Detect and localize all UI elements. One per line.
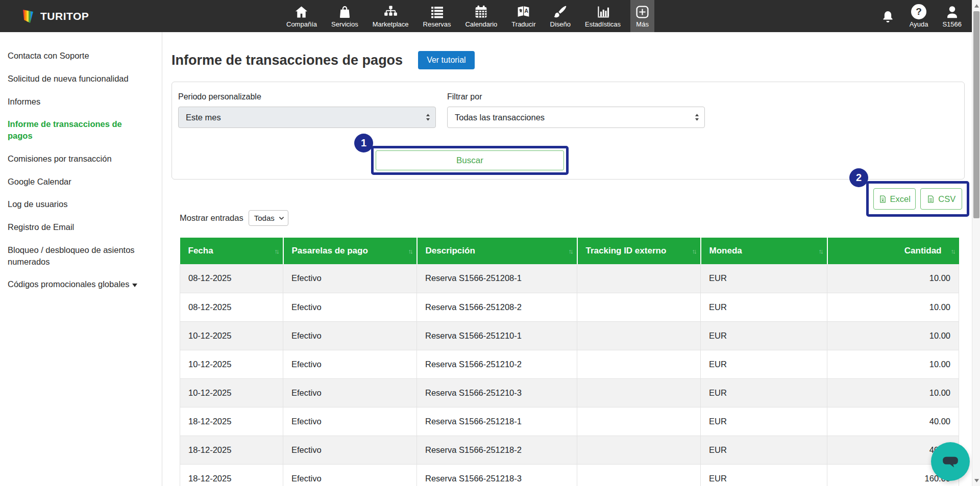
sidebar-item-label: Google Calendar [8,177,71,186]
column-header-moneda[interactable]: Moneda↑↓ [701,238,827,264]
cell-moneda: EUR [701,321,827,350]
nav-item-label: Más [636,20,649,28]
cell-pasarelas-de-pago: Efectivo [283,407,417,436]
sidebar-item-codigos-promocionales-globales[interactable]: Códigos promocionales globales [0,273,162,296]
help-button[interactable]: ? Ayuda [909,0,929,32]
sort-icon[interactable]: ↑↓ [408,247,412,255]
table-row: 10-12-2025EfectivoReserva S1566-251210-3… [180,378,959,407]
cell-cantidad: 10.00 [827,293,959,321]
sidebar-item-label: Log de usuarios [8,199,67,209]
transaction-filter-group: Filtrar por Todas las transacciones [447,92,705,128]
sidebar-item-informes[interactable]: Informes [0,90,162,113]
column-header-descripcion[interactable]: Descripción↑↓ [417,238,577,264]
scrollbar-up-arrow-icon[interactable] [972,2,980,10]
nav-item-mas[interactable]: Más [630,0,654,32]
nav-item-reservas[interactable]: Reservas [419,0,456,32]
column-header-fecha[interactable]: Fecha↑↓ [180,238,283,264]
show-entries-value: Todas [254,214,275,222]
cell-cantidad: 10.00 [827,350,959,378]
sidebar-item-bloqueo-desbloqueo-de-asientos-numerados[interactable]: Bloqueo / desbloqueo de asientos numerad… [0,239,162,273]
cell-fecha: 10-12-2025 [180,321,283,350]
export-csv-button[interactable]: CSV [920,188,963,210]
nav-item-servicios[interactable]: Servicios [327,0,363,32]
step-1-badge: 1 [354,134,373,152]
nav-item-estadisticas[interactable]: Estadísticas [580,0,625,32]
period-select[interactable]: Este mes [178,107,436,128]
nav-item-marketplace[interactable]: Marketplace [368,0,413,32]
cell-descripcion: Reserva S1566-251218-2 [417,436,577,464]
sidebar-item-label: Códigos promocionales globales [8,279,129,289]
sort-icon[interactable]: ↑↓ [692,247,696,255]
sidebar-item-registro-de-email[interactable]: Registro de Email [0,216,162,239]
payment-transactions-report-page: TURITOP CompañíaServiciosMarketplaceRese… [0,0,980,486]
sidebar-item-contacta-con-soporte[interactable]: Contacta con Soporte [0,44,162,67]
sort-icon[interactable]: ↑↓ [275,247,278,255]
cell-moneda: EUR [701,293,827,321]
sidebar-menu: Contacta con SoporteSolicitud de nueva f… [0,32,162,486]
cell-tracking-id-externo [577,464,701,486]
sidebar-item-log-de-usuarios[interactable]: Log de usuarios [0,193,162,216]
cell-descripcion: Reserva S1566-251218-1 [417,407,577,436]
search-button[interactable]: Buscar [376,150,564,170]
export-excel-button[interactable]: Excel [873,188,916,210]
column-header-tracking-id-externo[interactable]: Tracking ID externo↑↓ [577,238,701,264]
cell-cantidad: 40.00 [827,407,959,436]
table-header-row: Fecha↑↓Pasarelas de pago↑↓Descripción↑↓T… [180,238,959,264]
period-filter-group: Periodo personalizable Este mes [178,92,436,128]
cell-cantidad: 10.00 [827,378,959,407]
column-header-cantidad[interactable]: Cantidad↑↓ [827,238,959,264]
show-entries-select[interactable]: Todas [249,210,288,226]
nav-item-calendario[interactable]: Calendario [460,0,502,32]
cell-pasarelas-de-pago: Efectivo [283,436,417,464]
cell-descripcion: Reserva S1566-251210-2 [417,350,577,378]
sidebar-item-comisiones-por-transaccion[interactable]: Comisiones por transacción [0,147,162,170]
chat-widget-button[interactable] [931,442,970,481]
table-row: 18-12-2025EfectivoReserva S1566-251218-3… [180,464,959,486]
sidebar-item-google-calendar[interactable]: Google Calendar [0,170,162,193]
cell-fecha: 18-12-2025 [180,464,283,486]
table-row: 08-12-2025EfectivoReserva S1566-251208-2… [180,293,959,321]
sidebar-item-label: Bloqueo / desbloqueo de asientos numerad… [8,245,135,266]
scrollbar-down-arrow-icon[interactable] [972,476,980,484]
help-label: Ayuda [910,20,928,28]
sidebar-item-informe-de-transacciones-de-pagos[interactable]: Informe de transacciones de pagos [0,113,162,147]
cell-tracking-id-externo [577,378,701,407]
cell-tracking-id-externo [577,436,701,464]
sidebar-item-solicitud-de-nueva-funcionalidad[interactable]: Solicitud de nueva funcionalidad [0,67,162,90]
caret-down-icon [132,278,137,290]
notifications-bell-button[interactable] [879,0,896,32]
cell-tracking-id-externo [577,407,701,436]
cell-pasarelas-de-pago: Efectivo [283,264,417,293]
translate-icon: A [516,5,531,19]
vertical-scrollbar[interactable] [972,0,980,486]
turitop-flag-icon [19,8,36,24]
shopping-bag-icon [337,5,352,19]
scrollbar-thumb[interactable] [973,11,979,218]
title-bar: Informe de transacciones de pagos Ver tu… [172,51,475,69]
cell-fecha: 08-12-2025 [180,293,283,321]
cell-fecha: 10-12-2025 [180,378,283,407]
nav-item-traducir[interactable]: ATraducir [507,0,540,32]
column-header-label: Descripción [426,246,475,255]
sort-icon[interactable]: ↑↓ [951,247,954,255]
cell-fecha: 10-12-2025 [180,350,283,378]
page-title: Informe de transacciones de pagos [172,53,403,68]
nav-item-compania[interactable]: Compañía [282,0,322,32]
period-filter-label: Periodo personalizable [178,92,436,101]
cell-cantidad: 10.00 [827,264,959,293]
table-row: 08-12-2025EfectivoReserva S1566-251208-1… [180,264,959,293]
view-tutorial-button[interactable]: Ver tutorial [418,51,474,69]
user-account-button[interactable]: S1566 [941,0,963,32]
sidebar-item-label: Informes [8,97,40,106]
sort-icon[interactable]: ↑↓ [569,247,572,255]
cell-descripcion: Reserva S1566-251218-3 [417,464,577,486]
nav-item-label: Servicios [331,20,358,28]
column-header-pasarelas-de-pago[interactable]: Pasarelas de pago↑↓ [283,238,417,264]
step-2-badge: 2 [849,168,868,187]
sort-icon[interactable]: ↑↓ [819,247,822,255]
nav-item-diseno[interactable]: Diseño [546,0,575,32]
transaction-filter-select[interactable]: Todas las transacciones [447,107,705,128]
turitop-logo[interactable]: TURITOP [19,0,89,32]
column-header-label: Cantidad [904,246,942,255]
home-icon [294,5,309,19]
